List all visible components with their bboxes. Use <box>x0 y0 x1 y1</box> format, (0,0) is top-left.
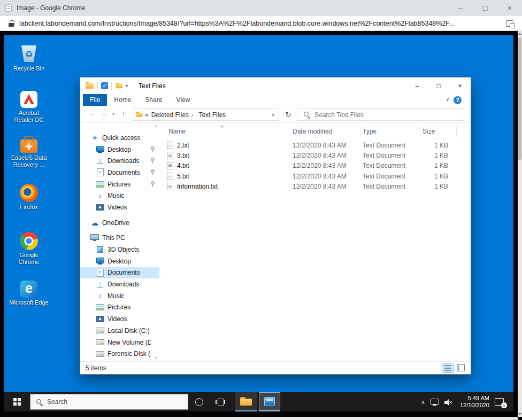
nav-item-label: 3D Objects <box>108 246 139 253</box>
nav-item-label: Videos <box>108 204 127 211</box>
page-vertical-scrollbar[interactable] <box>518 31 522 417</box>
start-button[interactable] <box>4 392 30 411</box>
desktop-icon-label: Acrobat Reader DC <box>9 110 49 123</box>
file-date-modified: 12/2/2020 8:43 AM <box>289 173 360 180</box>
nav-item[interactable]: Forensic Disk (F: <box>80 348 159 360</box>
nav-item[interactable]: New Volume (D: <box>80 337 159 348</box>
taskbar-clock[interactable]: 5:49 AM 12/10/2020 <box>460 395 489 409</box>
nav-item[interactable]: Documents <box>80 167 159 178</box>
windows-desktop[interactable]: Recycle Bin Acrobat Reader DC EaseUS Dat… <box>4 35 513 392</box>
recent-locations-chevron-icon[interactable]: ▾ <box>111 112 116 116</box>
desktop-icon[interactable]: Firefox <box>9 183 49 211</box>
file-row[interactable]: 5.txt 12/2/2020 8:43 AM Text Document 1 … <box>159 171 457 181</box>
file-explorer-taskbar-button[interactable] <box>235 392 257 411</box>
nav-item[interactable]: Documents <box>80 267 159 279</box>
nav-item[interactable]: 3D Objects <box>80 244 159 255</box>
nav-item[interactable]: Music <box>80 290 159 302</box>
browser-maximize-button[interactable]: □ <box>473 0 497 16</box>
forward-button[interactable]: → <box>99 110 109 118</box>
browser-addressbar[interactable]: labclient.labondemand.com/Instructions/I… <box>0 16 522 31</box>
ribbon-collapse-icon[interactable]: ∨ <box>440 97 455 102</box>
nav-item[interactable]: Videos <box>80 201 159 213</box>
nav-pane-scrollbar[interactable]: ∧ ∨ <box>153 123 159 361</box>
scrollbar-thumb[interactable] <box>518 37 521 160</box>
scroll-down-icon[interactable]: ∨ <box>153 356 159 360</box>
action-center-icon[interactable]: 1 <box>495 398 504 406</box>
volume-muted-icon[interactable] <box>444 399 454 406</box>
taskbar-search-box[interactable]: Search <box>30 394 188 410</box>
up-button[interactable]: ↑ <box>119 110 128 118</box>
url-text[interactable]: labclient.labondemand.com/Instructions/I… <box>19 20 455 27</box>
task-view-button[interactable] <box>210 392 231 411</box>
address-bar[interactable]: « Deleted Files › Text Files ∨ <box>133 108 279 121</box>
browser-close-button[interactable]: × <box>497 0 522 16</box>
explorer-titlebar[interactable]: ▾ Text Files – □ × <box>80 77 471 94</box>
downloads-icon <box>96 157 104 165</box>
tray-expand-icon[interactable]: ∧ <box>418 399 428 405</box>
nav-item[interactable]: Videos <box>80 313 159 325</box>
ribbon-tab[interactable]: Home <box>107 94 138 106</box>
nav-item[interactable]: Quick access <box>80 132 159 144</box>
qat-new-folder-icon[interactable] <box>116 83 123 89</box>
file-type: Text Document <box>360 173 420 180</box>
ribbon-tab[interactable]: Share <box>138 94 169 106</box>
ssl-lock-icon[interactable] <box>9 20 14 27</box>
file-type: Text Document <box>360 142 420 149</box>
explorer-search-box[interactable]: Search Text Files <box>297 108 464 121</box>
nav-item[interactable]: Desktop <box>80 255 159 267</box>
explorer-minimize-button[interactable]: – <box>406 77 428 94</box>
nav-item[interactable]: Pictures <box>80 302 159 314</box>
browser-title: Image - Google Chrome <box>17 4 86 12</box>
page-action-icon[interactable] <box>506 20 513 27</box>
breadcrumb-current[interactable]: Text Files <box>198 111 226 119</box>
ribbon-tab[interactable]: View <box>169 94 197 106</box>
refresh-button[interactable]: ↻ <box>281 108 295 121</box>
nav-item[interactable]: This PC <box>80 232 159 244</box>
breadcrumb-collapsed[interactable]: « <box>145 111 149 119</box>
page-horizontal-scrollbar[interactable] <box>0 417 518 420</box>
nav-item[interactable]: Pictures <box>80 178 159 190</box>
ribbon-tab[interactable]: File <box>83 94 107 106</box>
help-button[interactable]: ? <box>454 96 462 104</box>
qat-properties-icon[interactable] <box>101 82 108 89</box>
desktop-icon[interactable]: EaseUS Data Recovery ... <box>9 135 49 168</box>
explorer-close-button[interactable]: × <box>449 77 471 94</box>
desktop-icon[interactable]: Acrobat Reader DC <box>9 90 49 123</box>
file-row[interactable]: Information.txt 12/2/2020 8:43 AM Text D… <box>159 181 457 191</box>
network-icon[interactable] <box>431 399 439 406</box>
nav-item-label: Local Disk (C:) <box>108 327 150 335</box>
nav-item[interactable]: Downloads <box>80 278 159 290</box>
nav-item[interactable]: OneDrive <box>80 217 159 229</box>
desktop-icon[interactable]: Google Chrome <box>9 231 49 266</box>
nav-item[interactable]: Music <box>80 190 159 201</box>
column-header-size[interactable]: Size <box>420 126 457 137</box>
explorer-window-icon <box>86 82 94 89</box>
file-row[interactable]: 3.txt 12/2/2020 8:43 AM Text Document 1 … <box>159 150 457 160</box>
scrollbar-down-icon[interactable] <box>518 413 521 415</box>
nav-item[interactable]: Local Disk (C:) <box>80 325 159 337</box>
breadcrumb-parent[interactable]: Deleted Files <box>151 111 189 119</box>
large-icons-view-button[interactable] <box>455 363 466 373</box>
file-row[interactable]: 4.txt 12/2/2020 8:43 AM Text Document 1 … <box>159 161 457 171</box>
column-header-type[interactable]: Type <box>360 126 420 137</box>
qat-customize-chevron-icon[interactable]: ▾ <box>126 83 128 88</box>
details-view-button[interactable] <box>442 363 454 373</box>
nav-item[interactable]: Desktop <box>80 144 159 155</box>
cortana-button[interactable] <box>188 392 210 411</box>
file-row[interactable]: 2.txt 12/2/2020 8:43 AM Text Document 1 … <box>159 140 457 150</box>
back-button[interactable]: ← <box>87 110 96 118</box>
videos-icon <box>96 315 104 323</box>
desktop-icon-label: EaseUS Data Recovery ... <box>9 154 49 168</box>
browser-minimize-button[interactable]: – <box>448 0 473 16</box>
remote-window-taskbar-button[interactable] <box>259 392 280 411</box>
music-icon <box>96 292 104 300</box>
scrollbar-up-icon[interactable] <box>518 33 521 35</box>
desktop-icon[interactable]: Recycle Bin <box>9 44 49 72</box>
column-header-name[interactable]: Name <box>159 126 289 137</box>
desktop-icon[interactable]: Microsoft Edge <box>9 279 49 306</box>
address-dropdown-icon[interactable]: ∨ <box>271 112 279 118</box>
explorer-maximize-button[interactable]: □ <box>428 77 449 94</box>
column-header-date-modified[interactable]: Date modified <box>289 126 360 137</box>
scroll-up-icon[interactable]: ∧ <box>153 124 159 128</box>
nav-item[interactable]: Downloads <box>80 155 159 167</box>
